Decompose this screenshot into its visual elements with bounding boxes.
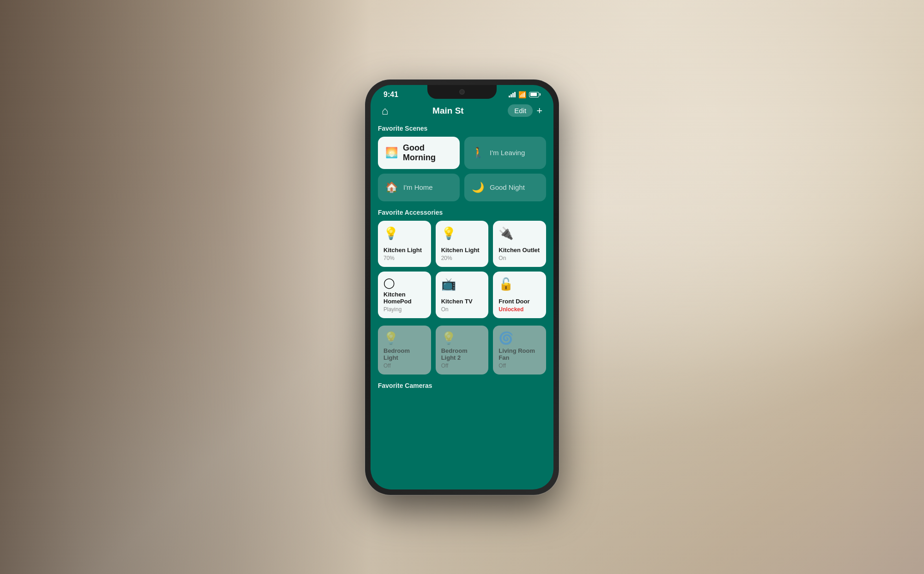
im-leaving-icon: 🚶 bbox=[472, 147, 484, 159]
good-morning-icon: 🌅 bbox=[385, 147, 397, 159]
accessory-kitchen-light-2[interactable]: 💡 Kitchen Light 20% bbox=[436, 221, 489, 267]
living-room-fan-icon: 🌀 bbox=[498, 331, 541, 345]
scroll-content: Favorite Scenes 🌅 Good Morning 🚶 I'm Lea… bbox=[371, 123, 553, 481]
scene-good-morning[interactable]: 🌅 Good Morning bbox=[378, 137, 460, 169]
kitchen-homepod-icon: ◯ bbox=[383, 277, 426, 289]
accessories-grid: 💡 Kitchen Light 70% 💡 Kitchen Light 20% bbox=[378, 221, 546, 318]
kitchen-tv-name: Kitchen TV bbox=[441, 298, 483, 305]
scene-im-home[interactable]: 🏠 I'm Home bbox=[378, 174, 460, 201]
battery-icon bbox=[529, 92, 541, 97]
phone-notch bbox=[427, 85, 497, 99]
nav-bar: ⌂ Main St Edit + bbox=[371, 103, 553, 123]
add-button[interactable]: + bbox=[536, 105, 542, 117]
im-leaving-label: I'm Leaving bbox=[490, 149, 525, 157]
kitchen-light-1-icon: 💡 bbox=[383, 226, 426, 241]
front-door-name: Front Door bbox=[498, 298, 541, 305]
camera-notch bbox=[459, 89, 465, 95]
bedroom-light-2-status: Off bbox=[441, 363, 483, 369]
phone-frame: 9:41 📶 bbox=[365, 79, 559, 495]
living-room-fan-status: Off bbox=[498, 363, 541, 369]
bedroom-light-name: Bedroom Light bbox=[383, 347, 426, 362]
kitchen-light-1-status: 70% bbox=[383, 255, 426, 261]
kitchen-homepod-status: Playing bbox=[383, 306, 426, 313]
front-door-status: Unlocked bbox=[498, 306, 541, 313]
bedroom-light-status: Off bbox=[383, 363, 426, 369]
accessory-kitchen-light-1[interactable]: 💡 Kitchen Light 70% bbox=[378, 221, 431, 267]
favorite-accessories-title: Favorite Accessories bbox=[378, 209, 546, 216]
scenes-grid: 🌅 Good Morning 🚶 I'm Leaving 🏠 I'm Home … bbox=[378, 137, 546, 201]
kitchen-light-1-name: Kitchen Light bbox=[383, 247, 426, 254]
kitchen-tv-icon: 📺 bbox=[441, 277, 483, 291]
wifi-icon: 📶 bbox=[518, 91, 526, 98]
kitchen-light-2-name: Kitchen Light bbox=[441, 247, 483, 254]
good-night-icon: 🌙 bbox=[472, 181, 484, 193]
kitchen-light-2-icon: 💡 bbox=[441, 226, 483, 241]
accessory-bedroom-light[interactable]: 💡 Bedroom Light Off bbox=[378, 326, 431, 375]
favorite-cameras-title: Favorite Cameras bbox=[378, 382, 546, 389]
accessory-front-door[interactable]: 🔓 Front Door Unlocked bbox=[493, 272, 546, 318]
scene-im-leaving[interactable]: 🚶 I'm Leaving bbox=[464, 137, 546, 169]
home-icon[interactable]: ⌂ bbox=[382, 104, 389, 117]
accessory-bedroom-light-2[interactable]: 💡 Bedroom Light 2 Off bbox=[436, 326, 489, 375]
bedroom-light-icon: 💡 bbox=[383, 331, 426, 345]
nav-title: Main St bbox=[432, 106, 464, 116]
kitchen-outlet-icon: 🔌 bbox=[498, 226, 541, 241]
accessory-living-room-fan[interactable]: 🌀 Living Room Fan Off bbox=[493, 326, 546, 375]
kitchen-light-2-status: 20% bbox=[441, 255, 483, 261]
nav-actions: Edit + bbox=[508, 104, 542, 117]
status-time: 9:41 bbox=[383, 91, 398, 99]
bedroom-light-2-name: Bedroom Light 2 bbox=[441, 347, 483, 362]
kitchen-outlet-name: Kitchen Outlet bbox=[498, 247, 541, 254]
favorite-scenes-title: Favorite Scenes bbox=[378, 125, 546, 132]
accessory-kitchen-homepod[interactable]: ◯ Kitchen HomePod Playing bbox=[378, 272, 431, 318]
more-accessories-grid: 💡 Bedroom Light Off 💡 Bedroom Light 2 Of… bbox=[378, 326, 546, 375]
good-morning-label: Good Morning bbox=[403, 143, 452, 163]
accessory-kitchen-tv[interactable]: 📺 Kitchen TV On bbox=[436, 272, 489, 318]
good-night-label: Good Night bbox=[490, 183, 525, 191]
edit-button[interactable]: Edit bbox=[508, 104, 533, 117]
status-icons: 📶 bbox=[509, 91, 541, 98]
im-home-label: I'm Home bbox=[403, 183, 433, 191]
phone-device: 9:41 📶 bbox=[365, 79, 559, 495]
signal-icon bbox=[509, 92, 516, 97]
living-room-fan-name: Living Room Fan bbox=[498, 347, 541, 362]
kitchen-tv-status: On bbox=[441, 306, 483, 313]
kitchen-homepod-name: Kitchen HomePod bbox=[383, 291, 426, 305]
scene-good-night[interactable]: 🌙 Good Night bbox=[464, 174, 546, 201]
accessory-kitchen-outlet[interactable]: 🔌 Kitchen Outlet On bbox=[493, 221, 546, 267]
front-door-icon: 🔓 bbox=[498, 277, 541, 291]
kitchen-outlet-status: On bbox=[498, 255, 541, 261]
phone-screen: 9:41 📶 bbox=[371, 85, 553, 489]
im-home-icon: 🏠 bbox=[385, 181, 398, 193]
bedroom-light-2-icon: 💡 bbox=[441, 331, 483, 345]
